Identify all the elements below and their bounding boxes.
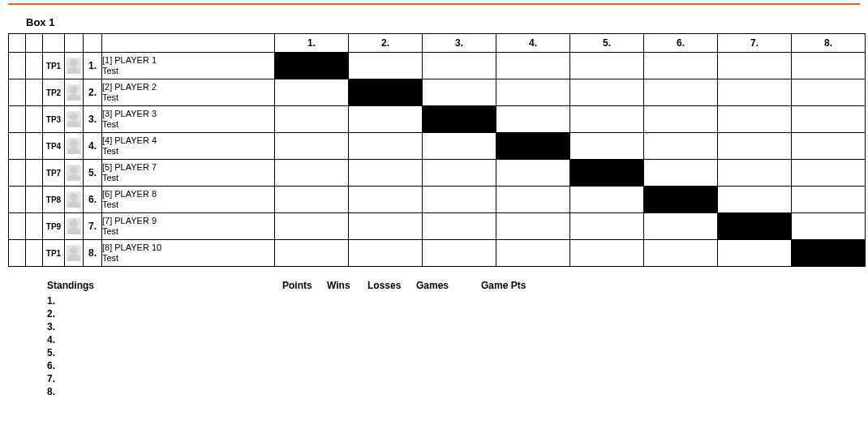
standings-col-wins: Wins	[327, 280, 367, 291]
score-cell[interactable]	[792, 133, 866, 160]
standings-row: 4.	[47, 333, 615, 346]
avatar-icon	[67, 58, 81, 74]
player-name: [6] PLAYER 8	[102, 189, 274, 199]
score-cell[interactable]	[496, 240, 570, 267]
player-name: [8] PLAYER 10	[102, 242, 274, 253]
score-cell[interactable]	[423, 240, 496, 267]
grid-row: TP1 8. [8] PLAYER 10 Test	[9, 240, 866, 267]
score-cell[interactable]	[349, 160, 423, 187]
score-cell[interactable]	[275, 106, 349, 133]
score-cell[interactable]	[423, 160, 496, 187]
tp-code: TP2	[43, 79, 65, 106]
player-name: [3] PLAYER 3	[102, 109, 274, 119]
row-rank: 5.	[84, 160, 102, 187]
score-cell[interactable]	[644, 160, 718, 187]
standings-row: 7.	[47, 372, 615, 385]
score-cell-diag	[423, 106, 496, 133]
row-blank	[26, 53, 43, 79]
col-header: 5.	[570, 34, 644, 53]
score-cell[interactable]	[423, 133, 496, 160]
score-cell[interactable]	[496, 213, 570, 240]
score-cell[interactable]	[570, 240, 644, 267]
score-cell[interactable]	[644, 240, 718, 267]
score-cell-diag	[275, 53, 349, 79]
grid-row: TP7 5. [5] PLAYER 7 Test	[9, 160, 866, 187]
avatar-cell	[65, 133, 84, 160]
score-cell[interactable]	[718, 187, 792, 213]
grid-row: TP8 6. [6] PLAYER 8 Test	[9, 187, 866, 213]
player-name-cell: [5] PLAYER 7 Test	[102, 160, 275, 187]
score-cell[interactable]	[718, 53, 792, 79]
player-name-cell: [7] PLAYER 9 Test	[102, 213, 275, 240]
score-cell[interactable]	[718, 106, 792, 133]
player-name: [1] PLAYER 1	[102, 55, 274, 66]
score-cell[interactable]	[275, 213, 349, 240]
player-sub: Test	[102, 92, 274, 103]
score-cell[interactable]	[349, 53, 423, 79]
row-blank	[9, 106, 26, 133]
score-cell[interactable]	[792, 160, 866, 187]
score-cell[interactable]	[570, 53, 644, 79]
score-cell[interactable]	[792, 213, 866, 240]
score-cell[interactable]	[349, 133, 423, 160]
avatar-icon	[67, 111, 81, 127]
row-rank: 2.	[84, 79, 102, 106]
score-cell[interactable]	[496, 187, 570, 213]
score-cell[interactable]	[570, 187, 644, 213]
score-cell[interactable]	[275, 160, 349, 187]
score-cell[interactable]	[496, 106, 570, 133]
score-cell[interactable]	[275, 187, 349, 213]
tp-code: TP4	[43, 133, 65, 160]
score-cell[interactable]	[792, 79, 866, 106]
score-cell[interactable]	[570, 106, 644, 133]
score-cell[interactable]	[718, 160, 792, 187]
score-cell[interactable]	[718, 133, 792, 160]
avatar-cell	[65, 79, 84, 106]
score-cell[interactable]	[496, 160, 570, 187]
standings-row: 2.	[47, 307, 615, 320]
row-rank: 4.	[84, 133, 102, 160]
score-cell[interactable]	[349, 187, 423, 213]
tp-code: TP9	[43, 213, 65, 240]
col-header: 4.	[496, 34, 570, 53]
score-cell[interactable]	[349, 213, 423, 240]
score-cell[interactable]	[792, 53, 866, 79]
score-cell[interactable]	[349, 106, 423, 133]
row-blank	[26, 213, 43, 240]
score-cell[interactable]	[570, 213, 644, 240]
score-cell[interactable]	[718, 79, 792, 106]
score-cell[interactable]	[792, 106, 866, 133]
standings-col-gamepts: Game Pts	[481, 280, 546, 291]
player-name: [2] PLAYER 2	[102, 82, 274, 92]
top-divider	[8, 3, 860, 5]
score-cell[interactable]	[423, 79, 496, 106]
score-cell[interactable]	[644, 213, 718, 240]
row-blank	[9, 160, 26, 187]
score-cell[interactable]	[496, 53, 570, 79]
player-name: [5] PLAYER 7	[102, 162, 274, 173]
avatar-icon	[67, 218, 81, 234]
score-cell[interactable]	[570, 133, 644, 160]
page: Box 1 1. 2. 3. 4. 5. 6. 7. 8. TP1 1.	[0, 3, 868, 414]
avatar-cell	[65, 106, 84, 133]
grid-row: TP2 2. [2] PLAYER 2 Test	[9, 79, 866, 106]
score-cell[interactable]	[349, 240, 423, 267]
score-cell[interactable]	[423, 213, 496, 240]
score-cell[interactable]	[792, 187, 866, 213]
score-cell[interactable]	[423, 187, 496, 213]
score-cell[interactable]	[718, 240, 792, 267]
score-cell[interactable]	[570, 79, 644, 106]
tp-code: TP3	[43, 106, 65, 133]
score-cell[interactable]	[275, 240, 349, 267]
score-cell[interactable]	[644, 79, 718, 106]
score-cell[interactable]	[644, 53, 718, 79]
player-sub: Test	[102, 226, 274, 237]
player-sub: Test	[102, 119, 274, 130]
col-header: 6.	[644, 34, 718, 53]
score-cell[interactable]	[423, 53, 496, 79]
score-cell[interactable]	[644, 133, 718, 160]
score-cell[interactable]	[496, 79, 570, 106]
score-cell[interactable]	[644, 106, 718, 133]
score-cell[interactable]	[275, 79, 349, 106]
score-cell[interactable]	[275, 133, 349, 160]
